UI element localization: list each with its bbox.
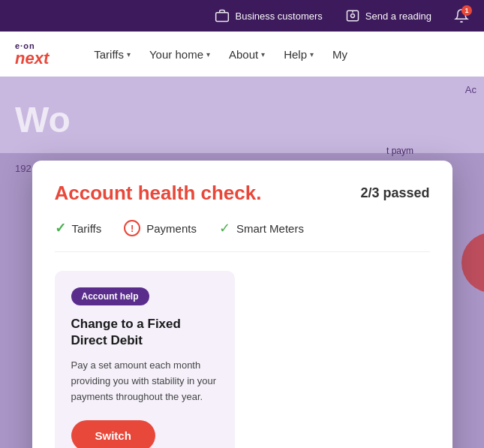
help-chevron-icon: ▾ [310, 50, 314, 59]
nav-item-help[interactable]: Help ▾ [276, 42, 321, 67]
card-title: Change to a Fixed Direct Debit [71, 316, 218, 349]
check-item-payments: ! Payments [124, 220, 197, 236]
card-tag: Account help [71, 287, 149, 305]
notification-bell[interactable]: 1 [454, 8, 469, 23]
business-customers-label: Business customers [235, 11, 322, 22]
nav-my-label: My [332, 48, 347, 61]
main-nav: e·on next Tariffs ▾ Your home ▾ About ▾ … [0, 32, 484, 77]
logo[interactable]: e·on next [15, 41, 49, 67]
nav-about-label: About [229, 48, 258, 61]
nav-your-home-label: Your home [149, 48, 203, 61]
nav-help-label: Help [284, 48, 307, 61]
nav-item-my[interactable]: My [325, 42, 355, 67]
nav-items: Tariffs ▾ Your home ▾ About ▾ Help ▾ My [86, 42, 469, 67]
modal-header: Account health check. 2/3 passed [55, 182, 430, 205]
ac-label: Ac [465, 84, 476, 95]
tariffs-chevron-icon: ▾ [127, 50, 131, 59]
business-customers-link[interactable]: Business customers [215, 8, 322, 23]
logo-next: next [15, 50, 49, 67]
page-background: Wo 192 G Ac t paym payment is ment is s … [0, 77, 484, 448]
check-item-tariffs: ✓ Tariffs [55, 220, 102, 236]
svg-point-3 [350, 14, 354, 18]
nav-item-tariffs[interactable]: Tariffs ▾ [86, 42, 138, 67]
recommendation-card: Account help Change to a Fixed Direct De… [55, 271, 235, 448]
payments-warning-icon: ! [124, 220, 140, 236]
top-bar: Business customers Send a reading 1 [0, 0, 484, 32]
switch-button[interactable]: Switch [71, 420, 155, 448]
modal-overlay: Account health check. 2/3 passed ✓ Tarif… [0, 153, 484, 448]
meter-icon [345, 8, 360, 23]
briefcase-icon [215, 8, 230, 23]
modal-title: Account health check. [55, 182, 262, 205]
check-item-smart-meters: ✓ Smart Meters [219, 220, 304, 236]
send-reading-label: Send a reading [365, 11, 431, 22]
modal-passed: 2/3 passed [360, 185, 429, 201]
check-payments-label: Payments [146, 222, 197, 235]
your-home-chevron-icon: ▾ [206, 50, 210, 59]
send-reading-link[interactable]: Send a reading [345, 8, 431, 23]
nav-item-about[interactable]: About ▾ [221, 42, 272, 67]
notification-count: 1 [461, 5, 472, 16]
svg-rect-0 [216, 13, 229, 22]
smart-meters-check-icon: ✓ [219, 220, 230, 236]
check-smart-meters-label: Smart Meters [236, 222, 304, 235]
check-tariffs-label: Tariffs [72, 222, 102, 235]
about-chevron-icon: ▾ [261, 50, 265, 59]
nav-tariffs-label: Tariffs [94, 48, 124, 61]
card-description: Pay a set amount each month providing yo… [71, 358, 218, 404]
account-health-modal: Account health check. 2/3 passed ✓ Tarif… [32, 161, 452, 448]
tariffs-check-icon: ✓ [55, 220, 66, 236]
nav-item-your-home[interactable]: Your home ▾ [142, 42, 218, 67]
check-items-row: ✓ Tariffs ! Payments ✓ Smart Meters [55, 220, 430, 252]
